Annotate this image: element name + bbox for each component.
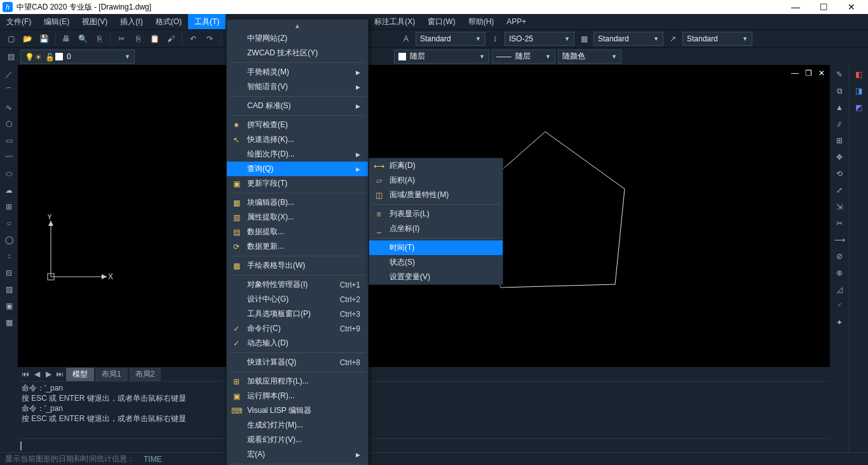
menu-item[interactable]: ⟳数据更新... [227, 239, 368, 254]
matchprop-icon[interactable]: 🖌 [164, 32, 178, 46]
menu-item[interactable]: ▣运行脚本(R)... [227, 389, 368, 403]
mirror-icon[interactable]: ▲ [832, 101, 846, 115]
cut-icon[interactable]: ✂ [114, 32, 128, 46]
offset-icon[interactable]: ⫽ [832, 117, 846, 131]
polyline-icon[interactable]: ∿ [2, 101, 16, 115]
menu-item[interactable]: ▣更新字段(T) [227, 176, 368, 191]
tablestyle-combo[interactable]: Standard▼ [593, 32, 663, 46]
publish-icon[interactable]: ⎘ [92, 32, 106, 46]
break-icon[interactable]: ⊘ [832, 249, 846, 263]
array-icon[interactable]: ⊞ [832, 134, 846, 148]
menu-item[interactable]: ▦块编辑器(B)... [227, 195, 368, 210]
tablestyle-icon[interactable]: ▦ [577, 32, 591, 46]
menu-item[interactable]: 对象特性管理器(I)Ctrl+1 [227, 277, 368, 292]
ellipse-icon[interactable]: ⬭ [2, 167, 16, 181]
undo-icon[interactable]: ↶ [186, 32, 200, 46]
menu-item[interactable]: ≡列表显示(L) [369, 207, 503, 221]
erase-icon[interactable]: ✎ [832, 67, 846, 81]
menu-item[interactable]: ◫面域/质量特性(M) [369, 188, 503, 202]
donut-icon[interactable]: ◯ [2, 233, 16, 247]
rectangle-icon[interactable]: ▭ [2, 134, 16, 148]
chamfer-icon[interactable]: ◿ [832, 282, 846, 296]
menu-dimension[interactable]: 标注工具(X) [368, 14, 421, 29]
hatch-icon[interactable]: ▨ [2, 282, 16, 296]
mleaderstyle-combo[interactable]: Standard▼ [682, 32, 752, 46]
preview-icon[interactable]: 🔍 [76, 32, 90, 46]
menu-item[interactable]: 绘图次序(D)...▶ [227, 147, 368, 162]
spline-icon[interactable]: 〰 [2, 150, 16, 164]
menu-item[interactable]: ⌨Visual LISP 编辑器 [227, 403, 368, 418]
menu-item[interactable]: ▦手绘表格导出(W) [227, 258, 368, 273]
toolpalette-icon[interactable]: ◩ [852, 101, 866, 115]
menu-insert[interactable]: 插入(I) [114, 14, 149, 29]
menu-item[interactable]: ⊞加载应用程序(L)... [227, 374, 368, 389]
redo-icon[interactable]: ↷ [203, 32, 217, 46]
menu-item[interactable]: ▤数据提取... [227, 225, 368, 239]
tab-model[interactable]: 模型 [66, 368, 94, 381]
extend-icon[interactable]: ⟶ [832, 233, 846, 247]
maximize-button[interactable]: ☐ [810, 2, 837, 12]
menu-item[interactable]: 时间(T) [369, 240, 503, 255]
color-combo[interactable]: 随层▼ [394, 50, 489, 64]
menu-edit[interactable]: 编辑(E) [37, 14, 76, 29]
trim-icon[interactable]: ✂ [832, 216, 846, 230]
lineweight-combo[interactable]: 随颜色▼ [558, 50, 621, 64]
print-icon[interactable]: 🖶 [59, 32, 73, 46]
fillet-icon[interactable]: ◜ [832, 299, 846, 313]
copy-icon[interactable]: ⎘ [131, 32, 145, 46]
textstyle-icon[interactable]: A [399, 32, 413, 46]
menu-format[interactable]: 格式(O) [149, 14, 188, 29]
menu-item[interactable]: 观看幻灯片(V)... [227, 433, 368, 447]
layer-combo[interactable]: 💡 ☀ 🔓 0▼ [20, 50, 135, 64]
menu-view[interactable]: 视图(V) [76, 14, 114, 29]
point-icon[interactable]: ∶ [2, 249, 16, 263]
close-button[interactable]: ✕ [837, 2, 865, 12]
menu-item[interactable]: 宏(A)▶ [227, 447, 368, 462]
menu-item[interactable]: 智能语音(V)▶ [227, 80, 368, 94]
mleaderstyle-icon[interactable]: ↗ [666, 32, 680, 46]
menu-item[interactable]: ✓动态输入(D) [227, 336, 368, 350]
menu-item[interactable]: ZWCAD 技术社区(Y) [227, 46, 368, 60]
menu-item[interactable]: 查询(Q)▶ [227, 162, 368, 176]
menu-item[interactable]: 状态(S) [369, 255, 503, 270]
stretch-icon[interactable]: ⇲ [832, 200, 846, 214]
dimstyle-icon[interactable]: ⟟ [488, 32, 502, 46]
block-icon[interactable]: ⊟ [2, 266, 16, 280]
menu-scroll-up[interactable]: ▲ [227, 20, 368, 31]
menu-item[interactable]: ✷拼写检查(E) [227, 118, 368, 132]
menu-file[interactable]: 文件(F) [0, 14, 37, 29]
menu-appplus[interactable]: APP+ [500, 14, 532, 29]
scale-icon[interactable]: ⤢ [832, 183, 846, 197]
polygon-icon[interactable]: ⬠ [2, 117, 16, 131]
tab-prev-icon[interactable]: ◀ [32, 370, 42, 378]
menu-window[interactable]: 窗口(W) [421, 14, 461, 29]
linetype-combo[interactable]: ——随层▼ [492, 50, 555, 64]
menu-item[interactable]: ⎯点坐标(I) [369, 221, 503, 236]
save-icon[interactable]: 💾 [37, 32, 51, 46]
menu-help[interactable]: 帮助(H) [462, 14, 501, 29]
menu-item[interactable]: ⟷距离(D) [369, 158, 503, 173]
menu-item[interactable]: 手势精灵(M)▶ [227, 65, 368, 80]
tab-layout2[interactable]: 布局2 [129, 368, 161, 381]
menu-item[interactable]: 工具选项板窗口(P)Ctrl+3 [227, 307, 368, 321]
menu-item[interactable]: 生成幻灯片(M)... [227, 418, 368, 433]
layermgr-icon[interactable]: ▤ [4, 50, 18, 64]
properties-icon[interactable]: ◧ [852, 67, 866, 81]
menu-item[interactable]: ✓命令行(C)Ctrl+9 [227, 321, 368, 336]
menu-item[interactable]: CAD 标准(S)▶ [227, 99, 368, 113]
insert-icon[interactable]: ⊞ [2, 200, 16, 214]
menu-item[interactable]: 设计中心(G)Ctrl+2 [227, 292, 368, 307]
new-icon[interactable]: ▢ [4, 32, 18, 46]
command-input[interactable] [18, 438, 830, 452]
menu-item[interactable]: ▥属性提取(X)... [227, 210, 368, 225]
tab-last-icon[interactable]: ⏭ [55, 370, 65, 378]
cloud-icon[interactable]: ☁ [2, 183, 16, 197]
arc-icon[interactable]: ⌒ [2, 84, 16, 98]
explode-icon[interactable]: ✦ [832, 316, 846, 330]
copy2-icon[interactable]: ⧉ [832, 84, 846, 98]
menu-item[interactable]: ↖快速选择(K)... [227, 132, 368, 147]
menu-item[interactable]: 中望网站(Z) [227, 31, 368, 46]
tab-first-icon[interactable]: ⏮ [20, 370, 31, 378]
line-icon[interactable]: ／ [2, 67, 16, 81]
tab-layout1[interactable]: 布局1 [95, 368, 128, 381]
